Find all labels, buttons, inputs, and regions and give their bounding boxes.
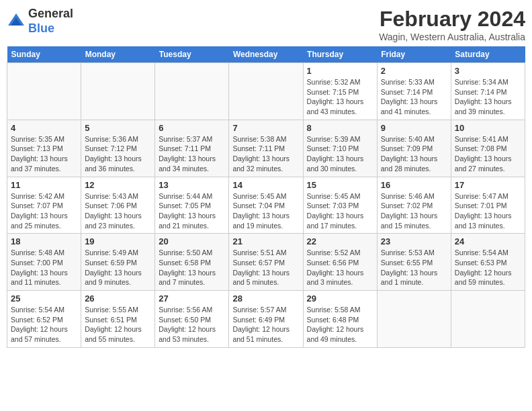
day-info: Sunrise: 5:54 AMSunset: 6:53 PMDaylight:…	[455, 248, 521, 287]
table-row: 16Sunrise: 5:46 AMSunset: 7:02 PMDayligh…	[377, 177, 451, 234]
table-row: 27Sunrise: 5:56 AMSunset: 6:50 PMDayligh…	[155, 291, 229, 348]
day-number: 29	[307, 293, 373, 304]
day-number: 13	[159, 180, 225, 190]
day-info: Sunrise: 5:34 AMSunset: 7:14 PMDaylight:…	[455, 77, 521, 117]
table-row: 8Sunrise: 5:39 AMSunset: 7:10 PMDaylight…	[303, 120, 377, 177]
day-info: Sunrise: 5:48 AMSunset: 7:00 PMDaylight:…	[11, 248, 77, 287]
month-year-title: February 2024	[379, 7, 525, 32]
day-number: 19	[85, 236, 151, 246]
table-row	[7, 63, 81, 120]
week-row-3: 11Sunrise: 5:42 AMSunset: 7:07 PMDayligh…	[7, 177, 525, 234]
table-row: 10Sunrise: 5:41 AMSunset: 7:08 PMDayligh…	[451, 120, 525, 177]
day-info: Sunrise: 5:46 AMSunset: 7:02 PMDaylight:…	[381, 191, 447, 231]
header-sunday: Sunday	[7, 46, 81, 63]
day-number: 22	[307, 236, 373, 246]
header-saturday: Saturday	[451, 46, 525, 63]
day-number: 16	[381, 180, 447, 190]
header-friday: Friday	[377, 46, 451, 63]
day-info: Sunrise: 5:49 AMSunset: 6:59 PMDaylight:…	[85, 248, 151, 287]
day-number: 9	[381, 123, 447, 133]
logo-icon	[7, 12, 26, 31]
day-info: Sunrise: 5:45 AMSunset: 7:03 PMDaylight:…	[307, 191, 373, 231]
day-info: Sunrise: 5:35 AMSunset: 7:13 PMDaylight:…	[11, 134, 77, 174]
table-row: 1Sunrise: 5:32 AMSunset: 7:15 PMDaylight…	[303, 63, 377, 120]
day-number: 23	[381, 236, 447, 246]
location-subtitle: Wagin, Western Australia, Australia	[379, 32, 525, 42]
table-row	[81, 63, 155, 120]
table-row: 12Sunrise: 5:43 AMSunset: 7:06 PMDayligh…	[81, 177, 155, 234]
table-row: 22Sunrise: 5:52 AMSunset: 6:56 PMDayligh…	[303, 234, 377, 291]
table-row	[377, 291, 451, 348]
header-thursday: Thursday	[303, 46, 377, 63]
day-number: 27	[159, 293, 225, 304]
logo-text: General Blue	[28, 7, 73, 36]
table-row: 24Sunrise: 5:54 AMSunset: 6:53 PMDayligh…	[451, 234, 525, 291]
table-row: 11Sunrise: 5:42 AMSunset: 7:07 PMDayligh…	[7, 177, 81, 234]
table-row: 20Sunrise: 5:50 AMSunset: 6:58 PMDayligh…	[155, 234, 229, 291]
week-row-4: 18Sunrise: 5:48 AMSunset: 7:00 PMDayligh…	[7, 234, 525, 291]
day-info: Sunrise: 5:50 AMSunset: 6:58 PMDaylight:…	[159, 248, 225, 287]
day-number: 14	[232, 180, 299, 190]
logo: General Blue	[7, 7, 73, 36]
day-number: 4	[11, 123, 77, 133]
day-number: 7	[232, 123, 299, 133]
header-monday: Monday	[81, 46, 155, 63]
day-number: 24	[455, 236, 521, 246]
table-row: 25Sunrise: 5:54 AMSunset: 6:52 PMDayligh…	[7, 291, 81, 348]
day-number: 8	[307, 123, 373, 133]
day-info: Sunrise: 5:58 AMSunset: 6:48 PMDaylight:…	[307, 305, 373, 345]
day-info: Sunrise: 5:32 AMSunset: 7:15 PMDaylight:…	[307, 77, 373, 117]
table-row: 29Sunrise: 5:58 AMSunset: 6:48 PMDayligh…	[303, 291, 377, 348]
table-row: 7Sunrise: 5:38 AMSunset: 7:11 PMDaylight…	[229, 120, 303, 177]
day-info: Sunrise: 5:36 AMSunset: 7:12 PMDaylight:…	[85, 134, 151, 174]
day-info: Sunrise: 5:41 AMSunset: 7:08 PMDaylight:…	[455, 134, 521, 174]
day-info: Sunrise: 5:47 AMSunset: 7:01 PMDaylight:…	[455, 191, 521, 231]
day-number: 12	[85, 180, 151, 190]
day-info: Sunrise: 5:44 AMSunset: 7:05 PMDaylight:…	[159, 191, 225, 231]
day-info: Sunrise: 5:33 AMSunset: 7:14 PMDaylight:…	[381, 77, 447, 117]
day-info: Sunrise: 5:40 AMSunset: 7:09 PMDaylight:…	[381, 134, 447, 174]
day-info: Sunrise: 5:55 AMSunset: 6:51 PMDaylight:…	[85, 305, 151, 345]
day-info: Sunrise: 5:42 AMSunset: 7:07 PMDaylight:…	[11, 191, 77, 231]
table-row: 26Sunrise: 5:55 AMSunset: 6:51 PMDayligh…	[81, 291, 155, 348]
table-row	[155, 63, 229, 120]
week-row-1: 1Sunrise: 5:32 AMSunset: 7:15 PMDaylight…	[7, 63, 525, 120]
day-info: Sunrise: 5:43 AMSunset: 7:06 PMDaylight:…	[85, 191, 151, 231]
week-row-2: 4Sunrise: 5:35 AMSunset: 7:13 PMDaylight…	[7, 120, 525, 177]
table-row: 15Sunrise: 5:45 AMSunset: 7:03 PMDayligh…	[303, 177, 377, 234]
calendar-header-row: Sunday Monday Tuesday Wednesday Thursday…	[7, 46, 525, 63]
table-row: 5Sunrise: 5:36 AMSunset: 7:12 PMDaylight…	[81, 120, 155, 177]
title-block: February 2024 Wagin, Western Australia, …	[379, 7, 525, 42]
day-number: 21	[232, 236, 299, 246]
table-row: 18Sunrise: 5:48 AMSunset: 7:00 PMDayligh…	[7, 234, 81, 291]
day-number: 15	[307, 180, 373, 190]
day-number: 18	[11, 236, 77, 246]
day-info: Sunrise: 5:53 AMSunset: 6:55 PMDaylight:…	[381, 248, 447, 287]
day-number: 28	[232, 293, 299, 304]
day-info: Sunrise: 5:45 AMSunset: 7:04 PMDaylight:…	[232, 191, 299, 231]
table-row: 23Sunrise: 5:53 AMSunset: 6:55 PMDayligh…	[377, 234, 451, 291]
day-info: Sunrise: 5:37 AMSunset: 7:11 PMDaylight:…	[159, 134, 225, 174]
day-number: 1	[307, 66, 373, 76]
table-row	[451, 291, 525, 348]
day-info: Sunrise: 5:54 AMSunset: 6:52 PMDaylight:…	[11, 305, 77, 345]
day-number: 6	[159, 123, 225, 133]
day-number: 5	[85, 123, 151, 133]
day-number: 26	[85, 293, 151, 304]
page-header: General Blue February 2024 Wagin, Wester…	[7, 7, 525, 42]
header-tuesday: Tuesday	[155, 46, 229, 63]
table-row: 3Sunrise: 5:34 AMSunset: 7:14 PMDaylight…	[451, 63, 525, 120]
day-info: Sunrise: 5:57 AMSunset: 6:49 PMDaylight:…	[232, 305, 299, 345]
logo-general: General	[28, 7, 73, 20]
day-number: 20	[159, 236, 225, 246]
header-wednesday: Wednesday	[229, 46, 303, 63]
day-info: Sunrise: 5:51 AMSunset: 6:57 PMDaylight:…	[232, 248, 299, 287]
day-number: 25	[11, 293, 77, 304]
day-number: 17	[455, 180, 521, 190]
table-row: 9Sunrise: 5:40 AMSunset: 7:09 PMDaylight…	[377, 120, 451, 177]
table-row: 13Sunrise: 5:44 AMSunset: 7:05 PMDayligh…	[155, 177, 229, 234]
day-number: 10	[455, 123, 521, 133]
table-row: 14Sunrise: 5:45 AMSunset: 7:04 PMDayligh…	[229, 177, 303, 234]
logo-blue: Blue	[28, 21, 54, 35]
table-row: 28Sunrise: 5:57 AMSunset: 6:49 PMDayligh…	[229, 291, 303, 348]
